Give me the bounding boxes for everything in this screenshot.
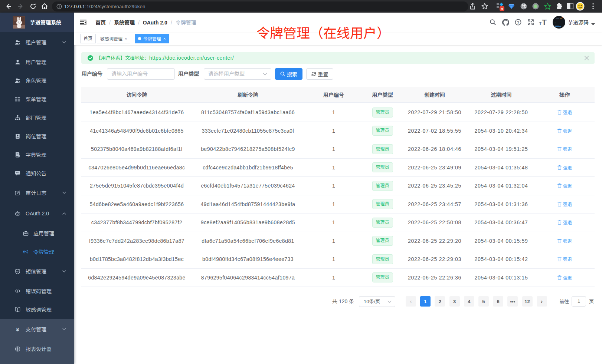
svg-text:?: ? bbox=[517, 20, 519, 24]
svg-text:9: 9 bbox=[501, 7, 503, 11]
svg-text:¥: ¥ bbox=[16, 327, 19, 332]
